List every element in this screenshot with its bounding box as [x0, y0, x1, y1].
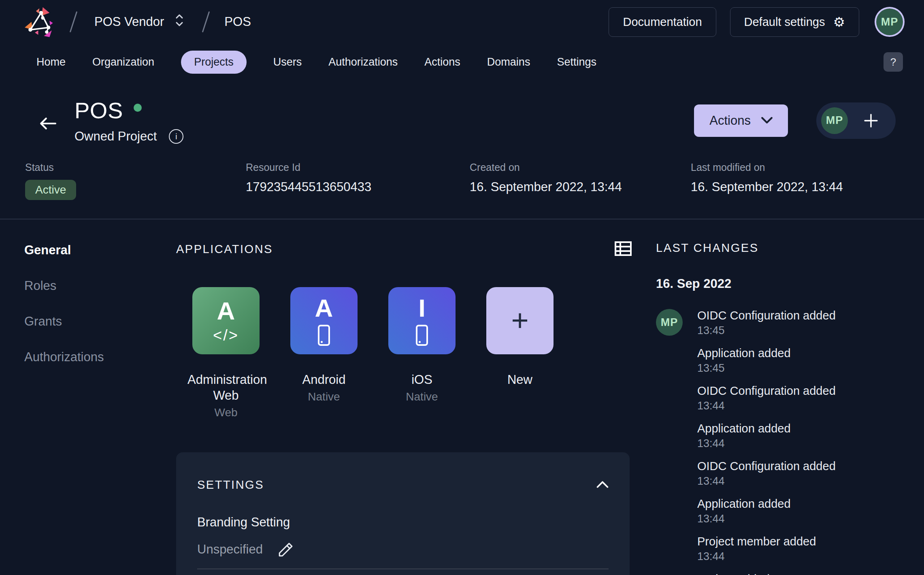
change-event[interactable]: Application added 13:44	[697, 422, 836, 450]
subnav-item-authorizations[interactable]: Authorizations	[24, 350, 176, 364]
resource-id-value: 179235445513650433	[246, 180, 470, 194]
documentation-button[interactable]: Documentation	[609, 7, 716, 37]
change-event[interactable]: Project added 13:44	[697, 573, 836, 575]
collapse-settings-button[interactable]	[596, 481, 609, 489]
unfold-more-icon	[174, 13, 185, 31]
app-initial: A	[217, 298, 235, 324]
add-member-plus-icon[interactable]	[863, 113, 879, 128]
meta-created-on: Created on 16. September 2022, 13:44	[470, 162, 691, 200]
meta-resource-id: Resource Id 179235445513650433	[246, 162, 470, 200]
event-title: OIDC Configuration added	[697, 384, 836, 398]
project-meta: Status Active Resource Id 17923544551365…	[0, 144, 924, 200]
header-actions: Documentation Default settings ⚙ MP	[609, 7, 903, 37]
plus-icon: +	[511, 306, 528, 336]
app-tile-administration-web[interactable]: A </> Administration Web Web	[192, 287, 260, 419]
app-type: Native	[308, 390, 340, 403]
help-button[interactable]: ?	[884, 52, 903, 72]
edit-branding-button[interactable]	[277, 541, 294, 558]
event-time: 13:44	[697, 475, 836, 488]
nav-item-domains[interactable]: Domains	[487, 51, 530, 73]
status-badge: Active	[25, 180, 76, 200]
changes-timeline: MP OIDC Configuration added 13:45 Applic…	[656, 309, 908, 575]
change-event[interactable]: Application added 13:45	[697, 347, 836, 375]
user-avatar-initials: MP	[881, 16, 898, 28]
member-avatar-initials: MP	[826, 114, 843, 127]
change-event[interactable]: OIDC Configuration added 13:44	[697, 384, 836, 412]
main-column: APPLICATIONS A </> Administr	[176, 241, 632, 575]
breadcrumb-project-label[interactable]: POS	[221, 15, 254, 29]
event-title: Application added	[697, 422, 836, 435]
project-type-label: Owned Project	[75, 129, 157, 144]
change-event[interactable]: Project member added 13:44	[697, 535, 836, 563]
nav-item-users[interactable]: Users	[273, 51, 302, 73]
created-on-value: 16. September 2022, 13:44	[470, 180, 691, 194]
event-title: OIDC Configuration added	[697, 309, 836, 322]
default-settings-button[interactable]: Default settings ⚙	[730, 7, 859, 37]
subnav-item-grants[interactable]: Grants	[24, 314, 176, 329]
settings-card: SETTINGS Branding Setting Unspecified	[176, 452, 630, 575]
arrow-left-icon	[37, 115, 58, 132]
app-initial: I	[418, 296, 425, 321]
app-name: Administration Web	[187, 372, 264, 404]
active-status-dot	[134, 104, 142, 112]
table-view-toggle-button[interactable]	[615, 241, 632, 257]
app-name: iOS	[411, 372, 432, 388]
branding-setting-label: Branding Setting	[197, 515, 609, 530]
nav-item-home[interactable]: Home	[36, 51, 66, 73]
content-area: General Roles Grants Authorizations APPL…	[0, 219, 924, 575]
top-header: POS Vendor POS Documentation Default set…	[0, 0, 924, 44]
branding-setting-value: Unspecified	[197, 542, 263, 557]
new-app-tile[interactable]: + New	[486, 287, 554, 419]
page-title: POS	[75, 97, 123, 124]
app-initial: A	[315, 296, 333, 321]
event-time: 13:45	[697, 324, 836, 337]
change-event[interactable]: Application added 13:44	[697, 497, 836, 525]
breadcrumb-org-label: POS Vendor	[94, 15, 164, 29]
last-changes-panel: LAST CHANGES 16. Sep 2022 MP OIDC Config…	[632, 241, 908, 575]
app-type: Native	[406, 390, 438, 403]
chevron-down-icon	[761, 117, 773, 124]
nav-item-projects[interactable]: Projects	[181, 51, 247, 74]
table-icon	[615, 241, 632, 256]
app-tile-ios[interactable]: I iOS Native	[388, 287, 456, 419]
actions-dropdown-button[interactable]: Actions	[694, 104, 788, 137]
nav-item-authorizations[interactable]: Authorizations	[328, 51, 398, 73]
app-tile-android[interactable]: A Android Native	[290, 287, 358, 419]
info-icon[interactable]: i	[169, 129, 183, 144]
subnav-item-roles[interactable]: Roles	[24, 279, 176, 293]
project-title-block: POS Owned Project i	[75, 97, 183, 144]
code-icon: </>	[213, 328, 239, 343]
org-switcher-button[interactable]: POS Vendor	[89, 9, 191, 35]
new-app-label: New	[507, 372, 532, 388]
breadcrumb-separator	[202, 11, 210, 32]
member-avatar: MP	[821, 107, 848, 134]
subnav-item-general[interactable]: General	[24, 243, 176, 258]
changes-event-list: OIDC Configuration added 13:45 Applicati…	[697, 309, 836, 575]
main-nav: Home Organization Projects Users Authori…	[0, 44, 924, 80]
settings-heading: SETTINGS	[197, 478, 264, 492]
change-event[interactable]: OIDC Configuration added 13:45	[697, 309, 836, 337]
event-title: Project member added	[697, 535, 836, 548]
applications-heading: APPLICATIONS	[176, 243, 273, 256]
breadcrumb-separator	[70, 11, 78, 32]
nav-item-actions[interactable]: Actions	[424, 51, 460, 73]
status-label: Status	[25, 162, 246, 173]
back-button[interactable]	[37, 115, 58, 132]
meta-status: Status Active	[25, 162, 246, 200]
changes-avatar: MP	[656, 309, 683, 336]
change-event[interactable]: OIDC Configuration added 13:44	[697, 460, 836, 488]
gear-icon: ⚙	[833, 15, 845, 29]
settings-card-divider	[197, 569, 609, 569]
pencil-icon	[277, 541, 294, 558]
default-settings-label: Default settings	[744, 15, 825, 29]
project-members-pill[interactable]: MP	[816, 102, 896, 139]
project-subnav: General Roles Grants Authorizations	[24, 241, 176, 575]
last-modified-value: 16. September 2022, 13:44	[691, 180, 924, 194]
event-time: 13:45	[697, 362, 836, 375]
nav-item-organization[interactable]: Organization	[92, 51, 154, 73]
nav-item-settings[interactable]: Settings	[557, 51, 596, 73]
breadcrumb: POS Vendor POS	[23, 5, 254, 38]
user-avatar[interactable]: MP	[876, 9, 903, 35]
changes-avatar-initials: MP	[661, 316, 678, 329]
zitadel-logo-icon[interactable]	[23, 5, 58, 38]
